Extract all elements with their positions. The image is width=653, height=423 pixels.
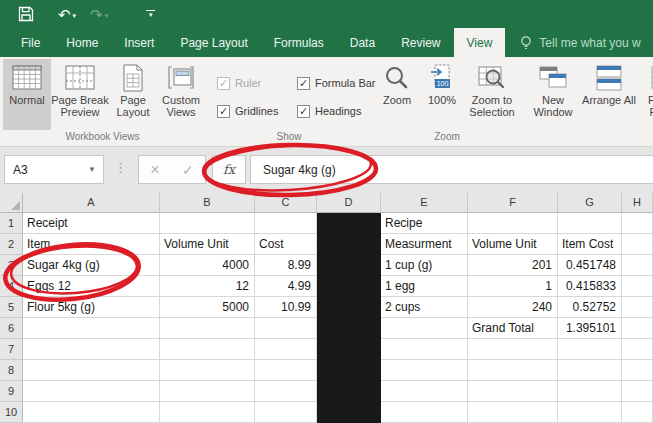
- cell-C5[interactable]: 10.99: [255, 297, 317, 318]
- enter-icon[interactable]: ✓: [182, 162, 194, 178]
- row-header-2[interactable]: 2: [0, 234, 23, 255]
- cell-E10[interactable]: [381, 402, 468, 423]
- cell-C2[interactable]: Cost: [255, 234, 317, 255]
- cell-E1[interactable]: Recipe: [381, 213, 468, 234]
- customize-quick-access-toolbar-icon[interactable]: ▾: [146, 10, 155, 18]
- cell-G8[interactable]: [558, 360, 622, 381]
- cell-G5[interactable]: 0.52752: [558, 297, 622, 318]
- save-icon[interactable]: [18, 6, 34, 22]
- undo-dropdown-caret[interactable]: ▾: [73, 12, 77, 22]
- normal-view-button[interactable]: Normal: [3, 59, 51, 130]
- cell-E4[interactable]: 1 egg: [381, 276, 468, 297]
- cell-C10[interactable]: [255, 402, 317, 423]
- row-header-3[interactable]: 3: [0, 255, 23, 276]
- column-header-B[interactable]: B: [160, 193, 255, 213]
- cell-B5[interactable]: 5000: [160, 297, 255, 318]
- redo-button[interactable]: ↷ ▾: [90, 7, 108, 22]
- new-window-button[interactable]: New Window: [525, 59, 581, 130]
- cell-G6[interactable]: 1.395101: [558, 318, 622, 339]
- cell-E5[interactable]: 2 cups: [381, 297, 468, 318]
- zoom-to-selection-button[interactable]: Zoom to Selection: [463, 59, 521, 130]
- cell-E7[interactable]: [381, 339, 468, 360]
- column-header-E[interactable]: E: [381, 193, 468, 213]
- cell-C8[interactable]: [255, 360, 317, 381]
- gridlines-checkbox[interactable]: ✓ Gridlines: [217, 105, 297, 118]
- cell-B4[interactable]: 12: [160, 276, 255, 297]
- cell-A3[interactable]: Sugar 4kg (g): [23, 255, 160, 276]
- tell-me-box[interactable]: Tell me what you w: [519, 28, 640, 57]
- cell-H4[interactable]: [622, 276, 653, 297]
- cell-C6[interactable]: [255, 318, 317, 339]
- cancel-icon[interactable]: ×: [150, 161, 159, 179]
- cell-A6[interactable]: [23, 318, 160, 339]
- cell-F2[interactable]: Volume Unit: [468, 234, 558, 255]
- cell-H6[interactable]: [622, 318, 653, 339]
- cell-G3[interactable]: 0.451748: [558, 255, 622, 276]
- row-header-5[interactable]: 5: [0, 297, 23, 318]
- cell-B8[interactable]: [160, 360, 255, 381]
- cell-A5[interactable]: Flour 5kg (g): [23, 297, 160, 318]
- cell-F3[interactable]: 201: [468, 255, 558, 276]
- page-break-preview-button[interactable]: Page Break Preview: [51, 59, 109, 130]
- cell-F6[interactable]: Grand Total: [468, 318, 558, 339]
- zoom-100-button[interactable]: 100 100%: [421, 59, 463, 130]
- row-header-9[interactable]: 9: [0, 381, 23, 402]
- cell-G1[interactable]: [558, 213, 622, 234]
- redo-dropdown-caret[interactable]: ▾: [105, 12, 109, 22]
- row-header-10[interactable]: 10: [0, 402, 23, 423]
- select-all-corner[interactable]: [0, 193, 23, 213]
- cell-A1[interactable]: Receipt: [23, 213, 160, 234]
- cell-F4[interactable]: 1: [468, 276, 558, 297]
- row-header-1[interactable]: 1: [0, 213, 23, 234]
- cell-H10[interactable]: [622, 402, 653, 423]
- cell-B6[interactable]: [160, 318, 255, 339]
- column-header-A[interactable]: A: [23, 193, 160, 213]
- cell-A2[interactable]: Item: [23, 234, 160, 255]
- tab-view[interactable]: View: [454, 28, 506, 57]
- cell-E3[interactable]: 1 cup (g): [381, 255, 468, 276]
- cell-G10[interactable]: [558, 402, 622, 423]
- cell-C9[interactable]: [255, 381, 317, 402]
- cell-B2[interactable]: Volume Unit: [160, 234, 255, 255]
- column-header-F[interactable]: F: [468, 193, 558, 213]
- column-header-C[interactable]: C: [255, 193, 317, 213]
- name-box-dropdown-icon[interactable]: ▼: [88, 165, 103, 174]
- cell-B9[interactable]: [160, 381, 255, 402]
- name-box[interactable]: A3 ▼: [4, 155, 104, 184]
- cell-A10[interactable]: [23, 402, 160, 423]
- row-header-4[interactable]: 4: [0, 276, 23, 297]
- freeze-panes-button[interactable]: Freeze Panes: [637, 59, 653, 130]
- cell-F1[interactable]: [468, 213, 558, 234]
- cell-F8[interactable]: [468, 360, 558, 381]
- cell-A8[interactable]: [23, 360, 160, 381]
- cell-G7[interactable]: [558, 339, 622, 360]
- column-header-D[interactable]: D: [317, 193, 381, 213]
- cell-H9[interactable]: [622, 381, 653, 402]
- page-layout-button[interactable]: Page Layout: [109, 59, 157, 130]
- formula-input[interactable]: Sugar 4kg (g): [250, 155, 653, 184]
- cell-H5[interactable]: [622, 297, 653, 318]
- ruler-checkbox[interactable]: ✓ Ruler: [217, 77, 297, 90]
- cell-E6[interactable]: [381, 318, 468, 339]
- tab-file[interactable]: File: [8, 28, 53, 57]
- arrange-all-button[interactable]: Arrange All: [581, 59, 637, 130]
- cell-B3[interactable]: 4000: [160, 255, 255, 276]
- cell-H2[interactable]: [622, 234, 653, 255]
- cell-B10[interactable]: [160, 402, 255, 423]
- tab-review[interactable]: Review: [388, 28, 453, 57]
- insert-function-button[interactable]: fx: [212, 155, 246, 184]
- cell-G2[interactable]: Item Cost: [558, 234, 622, 255]
- cell-A9[interactable]: [23, 381, 160, 402]
- cell-E2[interactable]: Measurment: [381, 234, 468, 255]
- row-header-8[interactable]: 8: [0, 360, 23, 381]
- cell-G4[interactable]: 0.415833: [558, 276, 622, 297]
- undo-button[interactable]: ↶ ▾: [58, 7, 76, 22]
- cell-H8[interactable]: [622, 360, 653, 381]
- row-header-7[interactable]: 7: [0, 339, 23, 360]
- cell-C4[interactable]: 4.99: [255, 276, 317, 297]
- cell-F5[interactable]: 240: [468, 297, 558, 318]
- zoom-button[interactable]: Zoom: [373, 59, 421, 130]
- cell-A4[interactable]: Eggs 12: [23, 276, 160, 297]
- column-header-G[interactable]: G: [558, 193, 622, 213]
- cell-C7[interactable]: [255, 339, 317, 360]
